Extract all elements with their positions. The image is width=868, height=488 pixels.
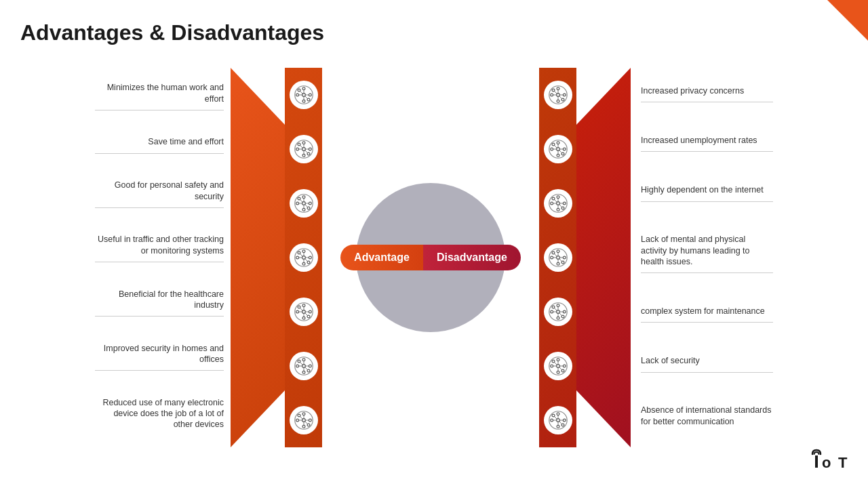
svg-line-54	[300, 254, 302, 257]
svg-line-167	[559, 313, 561, 316]
svg-point-42	[294, 249, 312, 266]
advantages-side: Minimizes the human work and effortSave …	[95, 68, 322, 447]
svg-line-180	[554, 363, 557, 365]
svg-point-32	[296, 202, 298, 205]
svg-line-111	[559, 96, 561, 99]
svg-point-156	[557, 304, 559, 307]
disadvantage-label: Disadvantage	[423, 245, 521, 270]
disadvantage-item: Absence of international standards for b…	[641, 402, 773, 432]
svg-point-172	[550, 365, 553, 367]
svg-point-130	[550, 202, 553, 205]
svg-point-31	[302, 208, 305, 211]
svg-point-87	[302, 425, 305, 428]
svg-point-102	[550, 94, 553, 96]
svg-point-98	[549, 86, 566, 104]
svg-point-105	[561, 98, 564, 101]
svg-line-124	[554, 146, 557, 148]
svg-line-13	[304, 96, 307, 99]
svg-point-1	[302, 94, 305, 97]
svg-point-49	[307, 261, 310, 264]
svg-point-160	[552, 306, 555, 308]
advantage-item: Useful in traffic and other tracking or …	[95, 231, 224, 262]
svg-point-86	[302, 413, 305, 415]
svg-line-41	[304, 205, 307, 207]
svg-point-189	[561, 424, 564, 426]
svg-line-181	[559, 367, 561, 370]
network-icon	[544, 189, 572, 218]
svg-line-194	[554, 417, 557, 420]
svg-point-7	[307, 98, 310, 101]
disadvantages-icons	[539, 68, 576, 447]
svg-point-128	[557, 196, 559, 199]
svg-point-89	[309, 419, 311, 422]
network-icon	[290, 135, 318, 163]
svg-point-184	[557, 413, 559, 415]
svg-point-71	[302, 365, 305, 368]
svg-line-138	[554, 200, 557, 203]
svg-point-58	[302, 304, 305, 307]
svg-point-19	[309, 148, 311, 150]
svg-point-175	[561, 369, 564, 372]
svg-point-173	[563, 365, 566, 367]
svg-point-104	[552, 89, 555, 92]
network-icon	[290, 298, 318, 326]
svg-line-83	[304, 367, 307, 370]
advantage-item: Good for personal safety and security	[95, 177, 224, 208]
svg-point-18	[296, 148, 298, 150]
svg-point-129	[557, 208, 559, 211]
svg-line-40	[300, 200, 302, 203]
svg-line-153	[559, 259, 561, 262]
svg-point-188	[552, 414, 555, 417]
svg-line-27	[304, 150, 307, 153]
svg-point-157	[557, 317, 559, 319]
network-icon	[544, 81, 572, 109]
top-right-decoration	[827, 0, 868, 41]
disadvantage-item: Increased unemployment rates	[641, 132, 773, 152]
advantage-label: Advantage	[340, 245, 423, 270]
svg-line-125	[559, 150, 561, 153]
svg-point-144	[550, 256, 553, 259]
svg-line-68	[300, 308, 302, 311]
svg-point-142	[557, 250, 559, 253]
svg-point-60	[296, 310, 298, 313]
svg-point-63	[307, 315, 310, 318]
svg-point-141	[556, 256, 559, 260]
svg-line-166	[554, 308, 557, 311]
svg-point-146	[552, 251, 555, 254]
svg-line-152	[554, 254, 557, 257]
svg-point-170	[557, 359, 559, 361]
svg-point-62	[298, 306, 300, 308]
advantage-item: Improved security in homes and offices	[95, 340, 224, 371]
svg-point-100	[557, 87, 559, 90]
svg-point-174	[552, 360, 555, 363]
svg-point-46	[296, 256, 298, 259]
center-area: Advantage Disadvantage	[322, 68, 539, 447]
svg-point-57	[302, 310, 305, 314]
svg-point-133	[561, 207, 564, 209]
disadvantage-item: Highly dependent on the internet	[641, 182, 773, 201]
svg-point-182	[549, 411, 566, 429]
network-icon	[290, 243, 318, 272]
svg-point-169	[556, 365, 559, 368]
svg-line-97	[304, 422, 307, 424]
svg-point-158	[550, 310, 553, 313]
svg-point-48	[298, 251, 300, 254]
orange-arrow-shape	[231, 68, 285, 447]
svg-point-171	[557, 371, 559, 373]
svg-point-6	[298, 89, 300, 92]
advantages-icons	[285, 68, 322, 447]
svg-point-73	[302, 371, 305, 373]
svg-point-117	[563, 148, 566, 150]
advantage-item: Beneficial for the healthcare industry	[95, 286, 224, 317]
svg-point-168	[549, 357, 566, 375]
svg-point-140	[549, 249, 566, 266]
svg-point-161	[561, 315, 564, 318]
svg-point-119	[561, 152, 564, 155]
svg-point-0	[294, 86, 312, 104]
svg-point-17	[302, 154, 305, 157]
svg-point-35	[307, 207, 310, 209]
svg-point-72	[302, 359, 305, 361]
svg-point-29	[302, 202, 305, 205]
svg-point-126	[549, 195, 566, 212]
iot-logo: o T	[807, 446, 854, 478]
